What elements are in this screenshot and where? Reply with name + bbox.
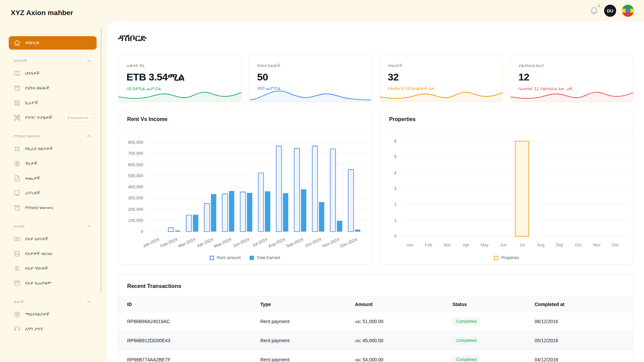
cell-id: RP66B912DD00E43 [127, 338, 260, 343]
table-column-header: Amount [355, 302, 452, 307]
stat-card-label: ተከራዮች [388, 63, 494, 68]
archive-box-icon [14, 204, 20, 211]
svg-text:5: 5 [394, 155, 396, 159]
sidebar-item-label: ዳሽቦርድ [25, 40, 39, 46]
recent-transactions-card: Recent Transactions IDTypeAmountStatusCo… [118, 274, 633, 362]
svg-text:Jun: Jun [500, 243, 507, 247]
svg-text:300,000: 300,000 [128, 196, 143, 200]
cell-amount: ብር 45,000.00 [355, 338, 452, 344]
rent-vs-income-title: Rent Vs Income [127, 116, 167, 122]
notification-count-badge: 0 [596, 3, 602, 9]
sidebar-item[interactable]: የኪራይ ክፍያዎች [9, 141, 97, 156]
recent-transactions-title: Recent Transactions [118, 275, 633, 296]
properties-legend: Properies [380, 251, 633, 264]
svg-text:4: 4 [394, 171, 396, 175]
cell-type: Rent payment [260, 319, 355, 324]
stat-card: ያልተከፈለ ክፍያ 12 ባጠቃላይ 12 ያልተከፈሉ አሉ [510, 55, 634, 102]
sidebar-item[interactable]: ኪራዮች [9, 96, 97, 110]
sidebar-section-header[interactable]: ህንጻዎች [9, 58, 97, 63]
sidebar-item-label: ገቢዎች [25, 161, 37, 166]
sidebar-item-dashboard[interactable]: ዳሽቦርድ [9, 36, 97, 50]
sidebar-item[interactable]: ማስተካከያዎች [9, 307, 97, 322]
properties-card: Properties 0123456JanFebMarAprMayJunJulA… [380, 110, 633, 265]
sliders-icon [14, 265, 20, 272]
svg-text:Aug: Aug [537, 243, 544, 247]
sidebar-item[interactable]: £ወጪዎች [9, 171, 97, 186]
stat-cards-row: ጠቅላላ ገቢ ETB 3.54ሚል በ3.54ሚል ጨምሯል የህንጻ ክፍሎ… [118, 55, 633, 102]
legend-item[interactable]: Properies [494, 255, 519, 260]
properties-chart[interactable]: 0123456JanFebMarAprMayJunJulAugSepOctNov… [380, 129, 633, 251]
user-avatar[interactable]: DU [604, 5, 616, 17]
sidebar-section-label: ሌሎች [14, 299, 23, 304]
sparkline [118, 87, 241, 102]
table-column-header: Completed at [535, 302, 624, 307]
table-row[interactable]: RP66B98A24019AC Rent payment ብር 51,000.0… [118, 312, 633, 331]
legend-label: Total Earned [257, 255, 280, 260]
table-row[interactable]: RP66B774AA2BE7F Rent payment ብር 54,000.0… [118, 350, 633, 362]
sidebar-item[interactable]: የእቃ እጠቃቀም [9, 276, 97, 291]
cell-amount: ብር 54,000.00 [355, 357, 452, 362]
chevron-up-icon [87, 299, 92, 304]
sidebar-item[interactable]: የጥገና ጥያቄዎች 3 ያልተስተናገዱ [9, 110, 97, 125]
svg-text:100,000: 100,000 [128, 218, 143, 223]
cell-completed-at: 04/12/2016 [535, 357, 624, 362]
archive-box-icon [14, 280, 20, 287]
stat-card: የህንጻ ክፍሎች 50 በ50 ጨምሯል [249, 55, 372, 102]
legend-item[interactable]: Total Earned [250, 255, 280, 260]
svg-text:Dec-2024: Dec-2024 [339, 237, 358, 249]
sidebar-section-header[interactable]: ሌሎች [9, 299, 97, 304]
sidebar-item-badge: 3 ያልተስተናገዱ [64, 114, 92, 122]
sparkline [510, 87, 634, 102]
sidebar-section-label: ህንጻዎች [14, 58, 27, 63]
app-title: XYZ Axion mahber [11, 9, 73, 17]
chevron-up-icon [87, 134, 92, 139]
sidebar-item[interactable]: እኛን ያግኙ [9, 322, 97, 337]
sidebar-item-label: የገንዘብ ዝውውር [25, 205, 54, 210]
ethiopia-flag-icon[interactable] [622, 5, 634, 17]
sidebar-item[interactable]: የህንጻ ክፍሎች [9, 81, 97, 96]
sidebar-section-header[interactable]: መጋዘን [9, 224, 97, 229]
legend-label: Properies [501, 255, 519, 260]
notifications-button[interactable]: 0 [590, 6, 598, 15]
charts-row: Rent Vs Income 0100,000200,000300,000400… [118, 110, 633, 265]
gear-icon [14, 311, 20, 318]
sidebar: ዳሽቦርድ ህንጻዎች ህንጻዎች የህንጻ ክፍሎች ኪራዮች የጥገና ጥያ… [9, 36, 97, 337]
svg-text:Mar: Mar [444, 243, 451, 247]
book-open-icon [14, 70, 20, 77]
sidebar-item-label: ወጪዎች [25, 176, 40, 181]
legend-item[interactable]: Rent amount [210, 255, 241, 260]
stat-card-value: 12 [519, 71, 625, 83]
sidebar-item[interactable]: የገንዘብ ዝውውር [9, 200, 97, 215]
svg-text:Sep: Sep [556, 243, 563, 247]
sidebar-item-label: የእቃዎች ዝርዝር [25, 251, 53, 256]
sidebar-item[interactable]: የእቃ ግዥዎች [9, 261, 97, 276]
stat-card-value: 50 [257, 71, 364, 83]
svg-text:Dec: Dec [612, 243, 619, 247]
rent-vs-income-legend: Rent amount Total Earned [118, 251, 371, 264]
sidebar-section-header[interactable]: የገንዘብ ዝውውር [9, 134, 97, 139]
chevron-up-icon [87, 58, 92, 63]
sidebar-item-label: ማስተካከያዎች [25, 312, 49, 317]
home-icon [14, 40, 20, 46]
properties-header: Properties [380, 110, 633, 129]
chevron-up-icon [87, 224, 92, 229]
svg-text:400,000: 400,000 [128, 185, 143, 189]
sidebar-item-label: ኪራዮች [25, 100, 38, 106]
sidebar-item-label: የእቃ ግዥዎች [25, 266, 48, 271]
sidebar-item-label: እኛን ያግኙ [25, 326, 43, 332]
main-panel: ዳሽቦርድ ጠቅላላ ገቢ ETB 3.54ሚል በ3.54ሚል ጨምሯል የህ… [107, 21, 644, 362]
svg-text:Apr: Apr [463, 243, 469, 247]
sidebar-item[interactable]: ሪፖርቶች [9, 186, 97, 200]
sidebar-item-label: የእቃ እጠቃቀም [25, 281, 52, 286]
status-badge: Completed [452, 317, 480, 325]
stat-card-value: ETB 3.54ሚል [126, 71, 233, 83]
sidebar-item[interactable]: የእቃ አይነቶች [9, 232, 97, 246]
sidebar-item[interactable]: ገቢዎች [9, 156, 97, 171]
sidebar-scrollbar[interactable] [101, 28, 102, 294]
sidebar-item[interactable]: ህንጻዎች [9, 66, 97, 81]
table-row[interactable]: RP66B912DD00E43 Rent payment ብር 45,000.0… [118, 331, 633, 350]
sidebar-item[interactable]: የእቃዎች ዝርዝር [9, 246, 97, 261]
computer-desktop-icon [14, 190, 20, 196]
sidebar-item-label: ሪፖርቶች [25, 190, 40, 196]
rent-vs-income-chart[interactable]: 0100,000200,000300,000400,000500,000600,… [118, 129, 371, 251]
